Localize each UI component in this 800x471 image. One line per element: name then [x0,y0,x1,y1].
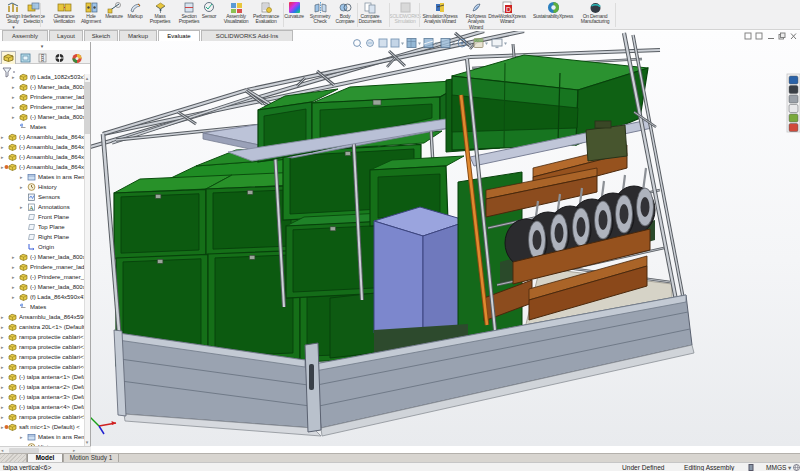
svg-text:A: A [29,204,34,210]
svg-text:D: D [506,6,511,13]
